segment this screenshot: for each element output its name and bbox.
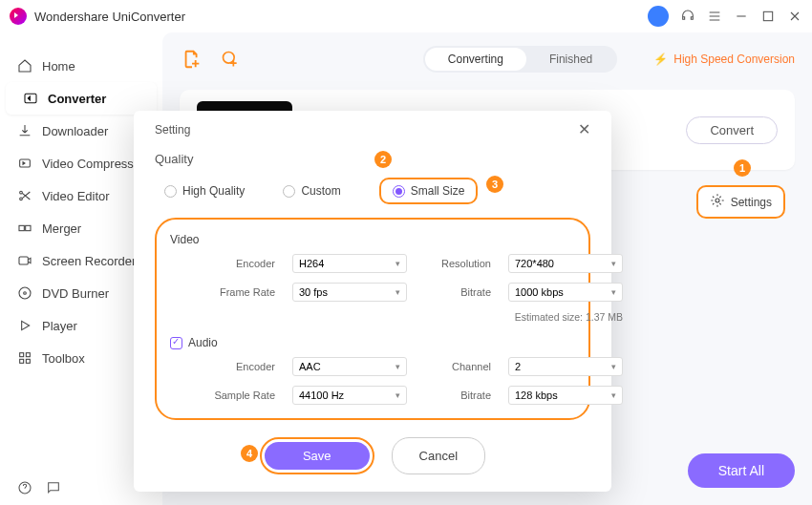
app-title: Wondershare UniConverter	[34, 10, 185, 24]
start-all-button[interactable]: Start All	[688, 453, 795, 488]
close-icon[interactable]	[787, 9, 802, 24]
channel-label: Channel	[424, 361, 491, 372]
compressor-icon	[17, 156, 32, 171]
save-button[interactable]: Save	[265, 442, 370, 470]
video-bitrate-select[interactable]: 1000 kbps▾	[508, 283, 623, 302]
sidebar-item-converter[interactable]: Converter	[6, 82, 157, 115]
sidebar-item-label: Player	[42, 319, 77, 333]
high-speed-label: ⚡ High Speed Conversion	[653, 53, 795, 66]
svg-rect-6	[26, 225, 31, 230]
audio-encoder-select[interactable]: AAC▾	[292, 357, 407, 376]
svg-point-17	[716, 199, 719, 202]
annotation-badge-2: 2	[374, 151, 392, 168]
video-bitrate-label: Bitrate	[424, 286, 491, 298]
gear-icon	[710, 193, 725, 211]
download-icon	[17, 123, 32, 138]
bolt-icon: ⚡	[653, 53, 668, 66]
svg-point-14	[224, 53, 235, 64]
sidebar-item-label: Home	[42, 59, 75, 74]
titlebar: Wondershare UniConverter	[0, 0, 812, 32]
video-encoder-label: Encoder	[199, 258, 275, 269]
svg-rect-10	[20, 353, 24, 357]
samplerate-select[interactable]: 44100 Hz▾	[292, 386, 407, 405]
add-url-icon[interactable]	[218, 47, 243, 72]
feedback-icon[interactable]	[46, 480, 61, 495]
svg-rect-0	[763, 11, 772, 20]
sidebar-item-label: Screen Recorder	[42, 254, 136, 268]
merger-icon	[17, 221, 32, 236]
annotation-badge-1: 1	[734, 159, 751, 177]
settings-dialog: Setting ✕ Quality High Quality Custom Sm…	[134, 111, 611, 492]
status-segment: Converting Finished	[423, 46, 617, 73]
framerate-label: Frame Rate	[199, 286, 275, 298]
svg-rect-7	[19, 257, 28, 264]
resolution-label: Resolution	[424, 258, 491, 269]
resolution-select[interactable]: 720*480▾	[508, 254, 623, 273]
sidebar-item-label: Video Compressor	[42, 157, 144, 171]
audio-enable-checkbox[interactable]	[170, 337, 182, 349]
cancel-button[interactable]: Cancel	[392, 437, 485, 474]
annotation-badge-4: 4	[241, 445, 258, 462]
home-icon	[17, 58, 32, 74]
add-file-icon[interactable]	[180, 47, 204, 72]
dialog-close-icon[interactable]: ✕	[578, 120, 590, 138]
grid-icon	[17, 350, 32, 366]
svg-rect-13	[26, 359, 30, 363]
estimated-size: Estimated size: 1.37 MB	[424, 311, 623, 323]
video-encoder-select[interactable]: H264▾	[292, 254, 407, 273]
sidebar-item-home[interactable]: Home	[0, 50, 162, 82]
dialog-title: Setting	[155, 123, 190, 137]
radio-small-size[interactable]: Small Size	[379, 178, 479, 204]
play-icon	[17, 318, 32, 333]
app-logo-icon	[10, 8, 27, 25]
samplerate-label: Sample Rate	[199, 389, 275, 401]
encoding-settings-box: Video Encoder H264▾ Resolution 720*480▾ …	[155, 218, 590, 420]
svg-rect-11	[26, 353, 30, 357]
sidebar-item-label: Downloader	[42, 124, 108, 138]
audio-encoder-label: Encoder	[199, 361, 275, 372]
maximize-icon[interactable]	[760, 9, 776, 24]
audio-bitrate-select[interactable]: 128 kbps▾	[508, 386, 623, 405]
svg-point-3	[20, 191, 23, 194]
help-icon[interactable]	[17, 480, 32, 495]
sidebar-item-label: Merger	[42, 221, 81, 236]
svg-rect-5	[19, 225, 24, 230]
radio-high-quality[interactable]: High Quality	[164, 184, 245, 198]
minimize-icon[interactable]	[734, 9, 749, 24]
disc-icon	[17, 285, 32, 301]
account-avatar[interactable]	[648, 6, 669, 27]
sidebar-item-label: Video Editor	[42, 189, 110, 203]
audio-group-label: Audio	[170, 336, 575, 349]
channel-select[interactable]: 2▾	[508, 357, 623, 376]
video-group-label: Video	[170, 233, 575, 246]
framerate-select[interactable]: 30 fps▾	[292, 283, 407, 302]
svg-rect-12	[20, 359, 24, 363]
svg-point-9	[24, 292, 27, 295]
save-highlight: Save	[260, 437, 374, 474]
sidebar-item-label: Toolbox	[42, 351, 85, 366]
audio-bitrate-label: Bitrate	[424, 389, 491, 401]
menu-icon[interactable]	[707, 9, 722, 24]
radio-custom[interactable]: Custom	[283, 184, 340, 198]
tab-converting[interactable]: Converting	[425, 48, 526, 71]
recorder-icon	[17, 253, 32, 268]
headset-icon[interactable]	[680, 9, 695, 24]
svg-point-4	[20, 198, 23, 200]
settings-button[interactable]: Settings	[696, 185, 785, 219]
tab-finished[interactable]: Finished	[526, 48, 615, 71]
scissors-icon	[17, 188, 32, 203]
quality-section-label: Quality	[155, 152, 590, 166]
annotation-badge-3: 3	[486, 176, 503, 193]
sidebar-item-label: DVD Burner	[42, 286, 109, 301]
svg-point-8	[19, 287, 31, 299]
svg-rect-1	[25, 94, 36, 102]
sidebar-item-label: Converter	[48, 92, 106, 106]
convert-button[interactable]: Convert	[686, 116, 778, 144]
converter-icon	[23, 91, 38, 106]
